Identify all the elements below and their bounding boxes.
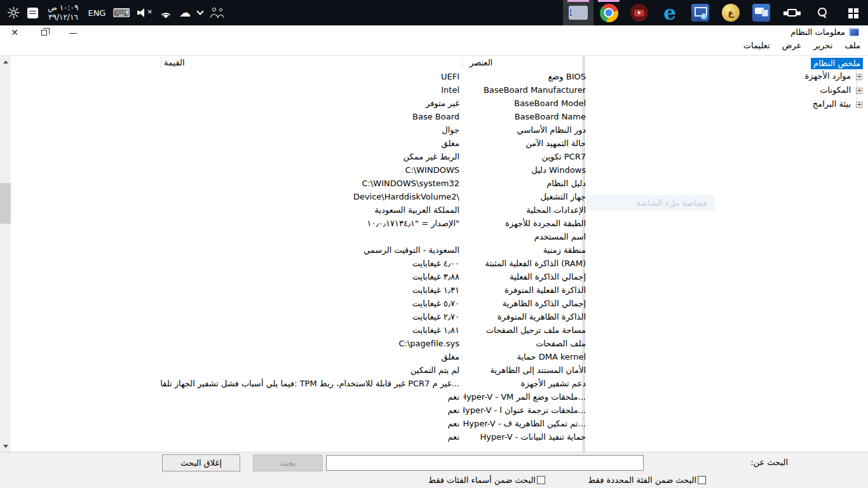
- list-row[interactable]: الأمان المستند إلى الظاهرية لم يتم التمك…: [11, 363, 583, 377]
- minimize-button[interactable]: —: [64, 27, 83, 38]
- taskbar-app-messaging[interactable]: [746, 0, 776, 25]
- taskbar-app-gold[interactable]: ع: [715, 0, 746, 25]
- list-row-item-text: الذاكرة الظاهرية المتوفرة: [498, 312, 586, 322]
- windows-logo-icon: [848, 8, 853, 13]
- taskbar-task-view[interactable]: [776, 0, 807, 25]
- scroll-up-button[interactable]: [0, 56, 11, 67]
- list-row-item: دور النظام الأساسي: [463, 123, 586, 137]
- taskbar-app-system-information[interactable]: i: [563, 0, 593, 25]
- list-row[interactable]: الذاكرة الظاهرية المتوفرة ٢٫٧٠ غيغابايت: [11, 310, 583, 323]
- restore-button[interactable]: [34, 27, 53, 38]
- list-row[interactable]: BaseBoard Manufacturer Intel: [11, 83, 583, 97]
- list-row-value: مغلق: [161, 350, 459, 363]
- list-row[interactable]: ملف الصفحات C:\pagefile.sys: [11, 337, 583, 350]
- column-header-item[interactable]: العنصر: [462, 56, 593, 70]
- selected-category-checkbox[interactable]: [698, 476, 706, 484]
- list-row-value: المملكة العربية السعودية: [161, 203, 459, 217]
- list-row-value-text: الربط غير ممكن: [403, 152, 459, 161]
- touch-keyboard-icon[interactable]: ⌨: [112, 7, 130, 19]
- list-row-value: C:\WINDOWS\system32: [161, 177, 459, 190]
- taskbar-app-edge[interactable]: e: [654, 0, 685, 25]
- list-row-value-text: نعم: [447, 405, 459, 415]
- clock[interactable]: ١٠:٠٩ ص ٣٩/١٢/١٦: [45, 3, 81, 22]
- list-row-value-text: لم يتم التمكين: [410, 365, 459, 375]
- list-row-value-text: مغلق: [442, 139, 459, 148]
- list-row[interactable]: دور النظام الأساسي جوال: [11, 123, 583, 137]
- list-row-value: نعم: [161, 417, 459, 430]
- list-row-value-text: غير متوفر: [426, 98, 459, 108]
- list-row[interactable]: الإعدادات المحلية المملكة العربية السعود…: [11, 203, 583, 217]
- list-row[interactable]: الذاكرة الفعلية المثبتة (RAM) ٤٫٠٠ غيغاب…: [11, 257, 583, 270]
- tree-item-system-summary[interactable]: ملخص النظام: [811, 58, 863, 69]
- taskbar-search[interactable]: [807, 0, 837, 25]
- list-row-item: الطبقة المجردة للأجهزة: [463, 217, 586, 230]
- menu-help[interactable]: تعليمات: [743, 41, 770, 50]
- close-button[interactable]: ✕: [5, 27, 24, 38]
- list-row[interactable]: دليل النظام C:\WINDOWS\system32: [11, 177, 583, 190]
- list-row-value: ١٫٨١ غيغابايت: [161, 323, 459, 337]
- volume-muted-icon[interactable]: ✕: [137, 8, 153, 18]
- language-indicator[interactable]: ENG: [88, 8, 105, 18]
- list-row[interactable]: منطقة زمنية السعودية - التوقيت الرسمي: [11, 243, 583, 257]
- list-row[interactable]: Hyper-V - تم تمكين الظاهرية ف... نعم: [11, 417, 583, 430]
- column-header-value[interactable]: القيمة: [161, 56, 462, 70]
- close-search-button[interactable]: إغلاق البحث: [162, 454, 240, 471]
- scrollbar-thumb[interactable]: [0, 183, 11, 224]
- list-row[interactable]: إجمالي الذاكرة الفعلية ٣٫٨٨ غيغابايت: [11, 270, 583, 283]
- list-row[interactable]: الذاكرة الفعلية المتوفرة ١٫٣١ غيغابايت: [11, 283, 583, 297]
- selected-category-label: البحث ضمن الفئة المحددة فقط: [588, 475, 696, 485]
- list-row[interactable]: وضع BIOS UEFI: [11, 70, 583, 83]
- tree-item-hardware-resources[interactable]: موارد الأجهزة: [804, 71, 851, 81]
- taskbar-app-remote-desktop[interactable]: [685, 0, 715, 25]
- details-list: العنصر القيمة وضع BIOS UEFI BaseBoard Ma…: [0, 56, 583, 452]
- search-input[interactable]: [326, 455, 644, 471]
- taskbar-app-video[interactable]: [624, 0, 654, 25]
- scroll-down-button[interactable]: [0, 441, 11, 452]
- menu-file[interactable]: ملف: [844, 41, 860, 50]
- list-row-value: الربط غير ممكن: [161, 150, 459, 163]
- tree-item-components[interactable]: المكونات: [820, 85, 851, 95]
- list-row[interactable]: BaseBoard Model غير متوفر: [11, 97, 583, 110]
- category-names-label: البحث ضمن أسماء الفئات فقط: [428, 475, 536, 485]
- list-row-item: Hyper-V - تم تمكين الظاهرية ف...: [463, 417, 586, 430]
- title-bar: [0, 25, 868, 40]
- list-row[interactable]: دليل Windows C:\WINDOWS: [11, 163, 583, 177]
- list-row[interactable]: BaseBoard Name Base Board: [11, 110, 583, 123]
- list-row[interactable]: حالة التمهيد الآمن مغلق: [11, 137, 583, 150]
- expand-plus-icon[interactable]: +: [856, 102, 862, 108]
- list-row[interactable]: مساحة ملف ترحيل الصفحات ١٫٨١ غيغابايت: [11, 323, 583, 337]
- menu-view[interactable]: عرض: [782, 41, 802, 50]
- menu-edit[interactable]: تحرير: [813, 41, 832, 50]
- expand-plus-icon[interactable]: +: [856, 88, 862, 94]
- list-row[interactable]: دعم تشفير الأجهزة فيما يلي أسباب فشل تشف…: [11, 377, 583, 390]
- list-row[interactable]: الطبقة المجردة للأجهزة الإصدار = "١٠٫٠٫١…: [11, 217, 583, 230]
- people-icon[interactable]: [210, 8, 224, 18]
- list-row-item-text: منطقة زمنية: [543, 245, 586, 255]
- list-row-item-text: حالة التمهيد الآمن: [526, 139, 586, 148]
- list-row[interactable]: إجمالي الذاكرة الظاهرية ٥٫٧٠ غيغابايت: [11, 297, 583, 310]
- action-center-icon[interactable]: [27, 8, 38, 18]
- start-button[interactable]: [837, 0, 868, 25]
- list-row[interactable]: Hyper-V - ملحقات ترجمة عنوان ا... نعم: [11, 403, 583, 417]
- list-row[interactable]: تكوين PCR7 الربط غير ممكن: [11, 150, 583, 163]
- list-row[interactable]: اسم المستخدم: [11, 230, 583, 243]
- chevron-down-icon[interactable]: [196, 8, 203, 15]
- list-row-item: حماية DMA kernel: [463, 350, 586, 363]
- list-row-value-text: Device\HarddiskVolume2\: [353, 192, 459, 201]
- category-names-checkbox[interactable]: [537, 476, 545, 484]
- list-row[interactable]: حماية DMA kernel مغلق: [11, 350, 583, 363]
- vertical-scrollbar[interactable]: [0, 56, 11, 452]
- expand-plus-icon[interactable]: +: [856, 74, 862, 80]
- list-row-value-text: نعم: [447, 392, 459, 402]
- onedrive-icon[interactable]: ☁: [179, 7, 191, 18]
- list-row[interactable]: جهاز التشغيل Device\HarddiskVolume2\: [11, 190, 583, 203]
- search-button[interactable]: بحث: [253, 454, 323, 471]
- taskbar-app-chrome[interactable]: [593, 0, 624, 25]
- wifi-icon[interactable]: [159, 8, 172, 18]
- list-row-value-text: C:\WINDOWS: [405, 165, 459, 175]
- brightness-icon[interactable]: ☼: [6, 5, 20, 21]
- list-row-item: BaseBoard Model: [463, 97, 586, 110]
- tree-item-software-environment[interactable]: بيئة البرامج: [813, 99, 851, 109]
- list-row[interactable]: Hyper-V - VM ملحقات وضع المر... نعم: [11, 390, 583, 403]
- list-row[interactable]: Hyper-V - حماية تنفيذ البيانات نعم: [11, 430, 583, 444]
